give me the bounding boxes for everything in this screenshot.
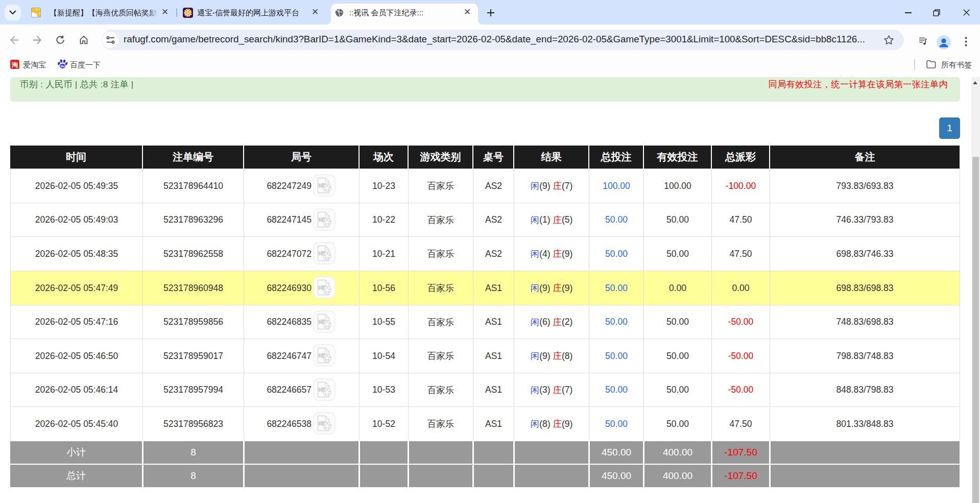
svg-text:淘: 淘 bbox=[11, 61, 18, 68]
svg-text:du: du bbox=[60, 64, 65, 68]
